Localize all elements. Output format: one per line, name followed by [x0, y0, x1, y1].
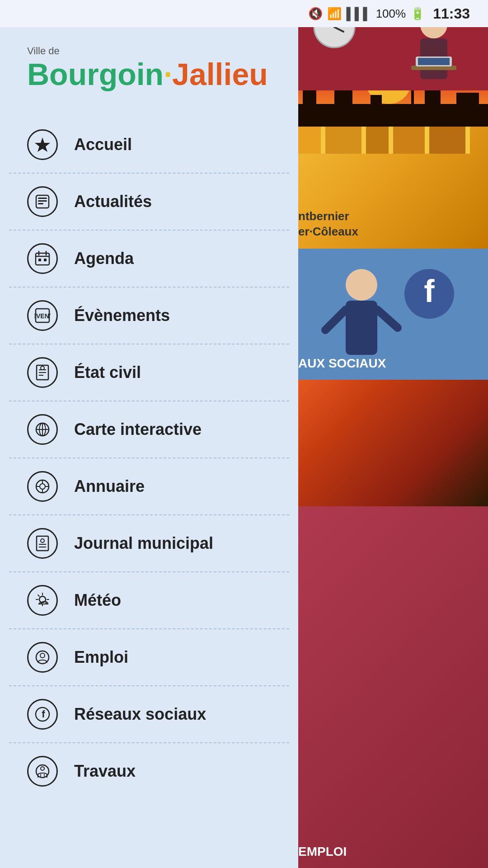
svg-rect-30 — [303, 86, 316, 127]
travaux-icon — [27, 756, 58, 787]
logo-j: J — [172, 57, 189, 91]
svg-marker-49 — [35, 137, 50, 152]
svg-rect-45 — [418, 58, 450, 65]
svg-rect-58 — [38, 259, 41, 261]
svg-point-21 — [346, 269, 377, 301]
svg-point-78 — [41, 539, 44, 542]
svg-rect-34 — [456, 93, 479, 127]
menu-list: Accueil Actualités — [0, 117, 298, 868]
svg-point-89 — [40, 653, 45, 658]
svg-text:EVENT: EVENT — [34, 312, 51, 320]
logo-main: Bourgoin·Jallieu — [27, 59, 271, 90]
mute-icon: 🔇 — [308, 7, 323, 21]
sidebar-item-agenda[interactable]: Agenda — [9, 231, 289, 288]
battery-percent: 100% — [376, 7, 406, 21]
facebook-icon: f — [27, 699, 58, 730]
svg-rect-52 — [38, 200, 47, 202]
battery-icon: 🔋 — [410, 7, 425, 21]
news-icon — [27, 186, 58, 217]
svg-point-93 — [41, 767, 44, 770]
status-icons: 🔇 📶 ▌▌▌ 100% 🔋 — [308, 7, 425, 21]
event-icon: EVENT — [27, 300, 58, 331]
svg-point-72 — [40, 484, 45, 489]
card-social-text: AUX SOCIAUX — [298, 356, 386, 370]
logo-allieu: allieu — [189, 57, 268, 91]
svg-rect-32 — [371, 95, 382, 127]
map-icon — [27, 414, 58, 445]
annuaire-label: Annuaire — [74, 477, 145, 496]
svg-rect-53 — [38, 203, 43, 204]
sidebar: Ville de Bourgoin·Jallieu Accueil Actua — [0, 0, 298, 868]
svg-rect-59 — [44, 259, 47, 261]
sidebar-item-meteo[interactable]: Météo — [9, 572, 289, 629]
sidebar-item-reseaux-sociaux[interactable]: f Réseaux sociaux — [9, 686, 289, 743]
sidebar-item-carte-interactive[interactable]: Carte interactive — [9, 401, 289, 458]
svg-rect-77 — [37, 536, 48, 551]
sidebar-item-etat-civil[interactable]: État civil — [9, 344, 289, 401]
directory-icon — [27, 471, 58, 502]
star-icon — [27, 129, 58, 160]
document-icon — [27, 357, 58, 388]
meteo-label: Météo — [74, 591, 121, 610]
logo-ville-de: Ville de — [27, 45, 271, 57]
sidebar-item-emploi[interactable]: Emploi — [9, 629, 289, 686]
svg-rect-31 — [334, 90, 352, 127]
card-emploi-text: EMPLOI — [298, 844, 347, 859]
weather-icon — [27, 585, 58, 616]
journal-icon — [27, 528, 58, 559]
svg-rect-51 — [38, 198, 47, 199]
logo-b: B — [27, 57, 49, 91]
accueil-label: Accueil — [74, 135, 132, 154]
reseaux-sociaux-label: Réseaux sociaux — [74, 705, 206, 724]
calendar-icon — [27, 243, 58, 274]
logo-dash: · — [164, 57, 172, 91]
sidebar-item-travaux[interactable]: Travaux — [9, 743, 289, 799]
svg-rect-33 — [425, 88, 441, 127]
sidebar-item-annuaire[interactable]: Annuaire — [9, 458, 289, 515]
logo-area: Ville de Bourgoin·Jallieu — [0, 27, 298, 117]
card-social[interactable]: f AUX SOCIAUX — [289, 249, 488, 380]
status-time: 11:33 — [433, 5, 470, 22]
evenements-label: Évènements — [74, 306, 170, 325]
signal-icon: ▌▌▌ — [346, 7, 371, 21]
emploi-icon — [27, 642, 58, 673]
sidebar-item-journal-municipal[interactable]: Journal municipal — [9, 515, 289, 572]
svg-point-66 — [41, 366, 44, 370]
logo-ourgoin: ourgoin — [49, 57, 164, 91]
travaux-label: Travaux — [74, 762, 136, 781]
svg-text:f: f — [42, 708, 45, 720]
actualites-label: Actualités — [74, 192, 152, 211]
svg-rect-54 — [36, 253, 49, 265]
emploi-label: Emploi — [74, 648, 128, 667]
sidebar-item-evenements[interactable]: EVENT Évènements — [9, 288, 289, 344]
svg-line-86 — [38, 595, 39, 596]
journal-municipal-label: Journal municipal — [74, 534, 213, 553]
right-panel: ntbernierer·Côleaux f AUX SOCIAUX — [289, 0, 488, 868]
agenda-label: Agenda — [74, 249, 134, 268]
svg-rect-22 — [346, 301, 377, 355]
carte-interactive-label: Carte interactive — [74, 420, 202, 439]
wifi-icon: 📶 — [327, 7, 342, 21]
card-emploi[interactable]: EMPLOI — [289, 506, 488, 868]
etat-civil-label: État civil — [74, 363, 141, 382]
card-sunset[interactable] — [289, 380, 488, 506]
sidebar-item-actualites[interactable]: Actualités — [9, 174, 289, 231]
card-building-text: ntbernierer·Côleaux — [298, 209, 358, 238]
status-bar: 🔇 📶 ▌▌▌ 100% 🔋 11:33 — [0, 0, 488, 27]
svg-text:f: f — [424, 274, 435, 309]
sidebar-item-accueil[interactable]: Accueil — [9, 117, 289, 174]
